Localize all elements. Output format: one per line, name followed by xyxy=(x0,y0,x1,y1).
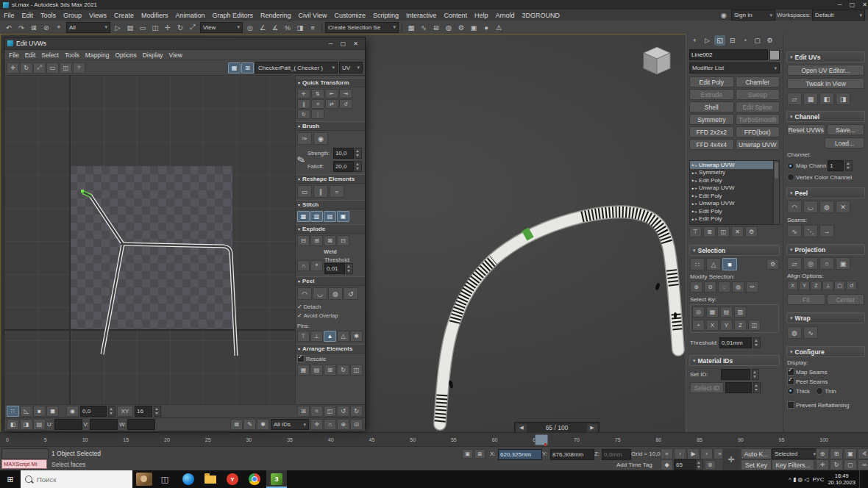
tweak-in-view-button[interactable]: Tweak In View xyxy=(787,78,864,89)
mirror-icon[interactable]: ◨ xyxy=(294,22,306,33)
explode-edge-icon[interactable]: ⊠ xyxy=(324,235,336,246)
move-uv-icon[interactable]: ✛ xyxy=(7,62,19,73)
add-time-tag[interactable]: Add Time Tag xyxy=(616,462,652,468)
uv-menu-item[interactable]: Edit xyxy=(22,51,39,59)
tray-battery-icon[interactable]: ▮ xyxy=(793,476,796,483)
unpin-selected-icon[interactable]: △ xyxy=(337,331,349,342)
pinned-image-shortcut[interactable] xyxy=(134,470,154,488)
wrap-cylinder-icon[interactable]: ◍ xyxy=(787,326,802,339)
expand-arrow-icon[interactable]: ▸ xyxy=(695,201,697,206)
quick-transform-header[interactable]: Quick Transform xyxy=(296,78,365,87)
menu-item[interactable]: Rendering xyxy=(257,10,295,21)
uv-element-mode-icon[interactable]: ◼ xyxy=(46,406,59,417)
edit-pencil-icon[interactable]: ✎ xyxy=(243,419,256,430)
enlarge-brush-icon[interactable]: ◨ xyxy=(20,419,32,430)
expand-arrow-icon[interactable]: ▸ xyxy=(695,170,697,175)
align-horizontal-icon[interactable]: ✛ xyxy=(297,89,310,98)
reshape-elements-header[interactable]: Reshape Elements xyxy=(296,174,365,184)
tray-expand-icon[interactable]: ^ xyxy=(789,476,791,483)
walkthrough-icon[interactable]: ∞ xyxy=(858,459,868,470)
relax-brush-icon[interactable]: ◉ xyxy=(313,132,328,145)
remove-modifier-icon[interactable]: ✕ xyxy=(731,226,744,237)
select-by-z-icon[interactable]: Z xyxy=(734,320,747,331)
modifier-set-button[interactable]: Shell xyxy=(689,101,734,112)
select-by-y-icon[interactable]: Y xyxy=(720,320,733,331)
go-to-start-icon[interactable]: « xyxy=(661,448,673,459)
selected-filter-dropdown[interactable]: Selected xyxy=(772,448,819,459)
field-of-view-icon[interactable]: ∢ xyxy=(858,448,868,459)
schematic-view-icon[interactable]: ⊟ xyxy=(430,22,442,33)
mirror-uv-icon[interactable]: ◫ xyxy=(60,62,72,73)
modifier-stack-item[interactable]: ● ▸ Unwrap UVW xyxy=(690,161,779,169)
show-desktop-button[interactable] xyxy=(859,470,864,488)
make-horizontal-icon[interactable]: = xyxy=(330,185,344,198)
vertex-select-icon[interactable]: ∷ xyxy=(690,258,705,270)
modifier-set-button[interactable]: Edit Spline xyxy=(736,101,780,112)
uv-preview-icon[interactable]: ▱ xyxy=(787,93,802,105)
material-id-select-icon[interactable]: ◫ xyxy=(748,320,761,331)
render-setup-icon[interactable]: ⚙ xyxy=(455,22,467,33)
configure-sets-icon[interactable]: ⚙ xyxy=(745,226,758,237)
align-right-icon[interactable]: ⇥ xyxy=(339,89,352,98)
pin-stack-icon[interactable]: ⊤ xyxy=(689,226,702,237)
stack-scrollbar-thumb[interactable] xyxy=(775,162,778,179)
select-by-x-icon[interactable]: X xyxy=(706,320,719,331)
menu-item[interactable]: Interactive xyxy=(402,10,441,21)
prevent-reflattening-checkbox[interactable] xyxy=(787,401,794,409)
stitch-header[interactable]: Stitch xyxy=(296,200,365,209)
show-map-icon[interactable]: ▦ xyxy=(228,62,241,73)
maxscript-mini-listener[interactable]: MAXScript Mi xyxy=(1,459,47,469)
selection-filter-dropdown[interactable]: All xyxy=(66,22,110,33)
menu-item[interactable]: Content xyxy=(440,10,471,21)
previous-frame-arrow-icon[interactable]: ◀ xyxy=(516,424,527,432)
menu-item[interactable]: 3DGROUND xyxy=(519,10,564,21)
channel-rollout-header[interactable]: Channel xyxy=(786,111,865,122)
weld-threshold-spinner[interactable] xyxy=(346,263,353,274)
planar-angle-icon[interactable]: ▦ xyxy=(706,306,719,317)
unlink-selection-icon[interactable]: ⊘ xyxy=(40,22,52,33)
snap-grid-icon[interactable]: ⌗ xyxy=(73,62,85,73)
render-production-icon[interactable]: ● xyxy=(480,22,492,33)
task-view-button[interactable]: ◫ xyxy=(154,470,175,488)
time-configuration-gear-icon[interactable]: ⚙ xyxy=(705,460,716,470)
select-scale-icon[interactable]: ⤢ xyxy=(187,22,199,33)
set-id-spinner[interactable] xyxy=(752,369,759,380)
edge-select-icon[interactable]: △ xyxy=(706,258,721,270)
language-indicator[interactable]: РУС xyxy=(812,476,824,483)
align-x-icon[interactable]: X xyxy=(787,281,798,290)
chrome-browser-button[interactable] xyxy=(244,470,265,488)
expand-arrow-icon[interactable]: ▸ xyxy=(695,178,697,183)
modifier-set-button[interactable]: Symmetry xyxy=(689,114,734,125)
modifier-stack-item[interactable]: ● ▸ Symmetry xyxy=(690,169,779,177)
minimize-icon[interactable]: ─ xyxy=(833,1,846,10)
window-crossing-icon[interactable]: ◫ xyxy=(149,22,161,33)
reference-coordinate-dropdown[interactable]: View xyxy=(200,22,243,33)
spherical-map-icon[interactable]: ○ xyxy=(819,257,834,270)
modifier-list-dropdown[interactable]: Modifier List xyxy=(689,62,780,73)
rotate-90-ccw-icon[interactable]: ↺ xyxy=(339,99,352,109)
pack-normalize-icon[interactable]: ▦ xyxy=(297,365,310,376)
planar-map-icon[interactable]: ▱ xyxy=(787,257,802,270)
loop-selection-icon[interactable]: ◍ xyxy=(732,281,744,293)
vertex-color-radio[interactable] xyxy=(787,173,794,181)
next-frame-icon[interactable]: › xyxy=(700,448,713,459)
pack-full-icon[interactable]: ⊞ xyxy=(324,365,336,376)
yandex-browser-button[interactable]: Y xyxy=(222,470,243,488)
bind-to-spacewarp-icon[interactable]: ⌖ xyxy=(53,22,65,33)
explode-header[interactable]: Explode xyxy=(296,224,365,234)
expand-arrow-icon[interactable]: ▸ xyxy=(695,193,697,198)
peel-section-header[interactable]: Peel xyxy=(296,276,365,286)
freeform-gizmo-icon[interactable]: ▭ xyxy=(46,62,59,73)
reset-uvws-button[interactable]: Reset UVWs xyxy=(787,124,825,135)
pan-uv-icon[interactable]: ✛ xyxy=(310,419,323,430)
uv-edge-mode-icon[interactable]: ◺ xyxy=(20,406,32,417)
current-frame-spinner[interactable] xyxy=(696,459,703,470)
grid-visible-icon[interactable]: ⊞ xyxy=(297,406,310,417)
modifier-set-button[interactable]: Unwrap UVW xyxy=(736,139,780,150)
menu-item[interactable]: Arnold xyxy=(492,10,519,21)
modifier-visibility-icon[interactable]: ● xyxy=(691,178,694,182)
uv-checker-icon[interactable]: ▦ xyxy=(803,93,818,105)
uv-face-mode-icon[interactable]: ■ xyxy=(33,406,46,417)
break-icon[interactable]: ⊟ xyxy=(297,235,310,246)
uv-template-icon[interactable]: ◨ xyxy=(836,93,850,105)
